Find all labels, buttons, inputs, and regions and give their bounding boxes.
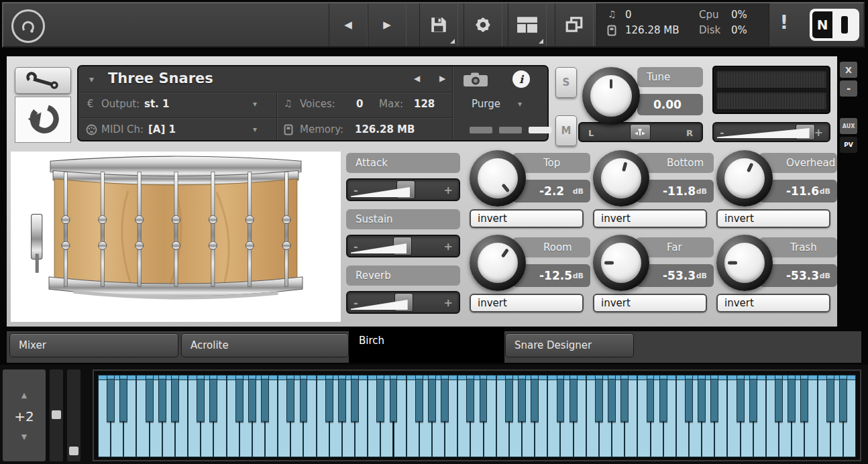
window-mode-button[interactable] bbox=[555, 3, 594, 46]
transpose-up-icon[interactable]: ▲ bbox=[3, 391, 46, 400]
piano-black-key[interactable] bbox=[415, 375, 423, 422]
piano-black-key[interactable] bbox=[710, 375, 718, 422]
mic-knob[interactable] bbox=[593, 150, 649, 207]
snapshot-camera-icon[interactable] bbox=[462, 72, 489, 88]
piano-black-key[interactable] bbox=[158, 375, 166, 422]
tab-acrolite[interactable]: Acrolite bbox=[181, 333, 349, 357]
attack-slider[interactable]: - + bbox=[346, 178, 460, 201]
instrument-collapse-icon[interactable]: ▾ bbox=[89, 74, 94, 84]
mic-knob[interactable] bbox=[593, 235, 649, 291]
piano-black-key[interactable] bbox=[209, 375, 217, 422]
piano-black-key[interactable] bbox=[325, 375, 333, 422]
piano-black-key[interactable] bbox=[146, 375, 154, 422]
midi-dropdown-icon[interactable]: ▾ bbox=[253, 125, 257, 134]
piano-black-key[interactable] bbox=[557, 375, 565, 422]
sustain-slider[interactable]: - + bbox=[346, 235, 460, 257]
invert-button-overhead[interactable]: invert bbox=[716, 209, 830, 228]
piano-black-key[interactable] bbox=[685, 375, 693, 422]
save-button[interactable] bbox=[419, 3, 458, 46]
piano-black-key[interactable] bbox=[595, 375, 603, 422]
max-value[interactable]: 128 bbox=[414, 98, 435, 110]
output-value[interactable]: st. 1 bbox=[144, 98, 169, 110]
piano-black-key[interactable] bbox=[441, 375, 449, 422]
mic-value: -2.2 bbox=[539, 184, 564, 198]
piano-black-key[interactable] bbox=[647, 375, 655, 422]
piano-black-key[interactable] bbox=[839, 375, 847, 422]
piano-black-key[interactable] bbox=[775, 375, 783, 422]
solo-button[interactable]: S bbox=[555, 67, 577, 98]
invert-button-bottom[interactable]: invert bbox=[593, 209, 707, 228]
tab-snare-designer[interactable]: Snare Designer bbox=[505, 333, 634, 357]
mic-knob[interactable] bbox=[470, 150, 526, 207]
piano-black-key[interactable] bbox=[261, 375, 269, 422]
piano-black-key[interactable] bbox=[505, 375, 513, 422]
back-button[interactable]: ◀ bbox=[329, 3, 368, 46]
mute-button[interactable]: M bbox=[555, 115, 577, 146]
piano-black-key[interactable] bbox=[338, 375, 346, 422]
aux-button[interactable]: AUX bbox=[840, 118, 857, 134]
invert-button-trash[interactable]: invert bbox=[716, 294, 830, 312]
invert-button-far[interactable]: invert bbox=[593, 294, 707, 312]
forward-button[interactable]: ▶ bbox=[368, 3, 406, 46]
next-instrument-icon[interactable]: ▶ bbox=[439, 74, 445, 83]
piano-black-key[interactable] bbox=[390, 375, 398, 422]
piano-black-key[interactable] bbox=[466, 375, 474, 422]
pan-slider-handle[interactable] bbox=[630, 124, 651, 140]
kontakt-logo-icon[interactable] bbox=[11, 9, 45, 43]
close-instrument-button[interactable]: X bbox=[840, 62, 857, 78]
tab-mixer[interactable]: Mixer bbox=[9, 333, 178, 357]
minimize-instrument-button[interactable]: - bbox=[840, 80, 857, 97]
piano-black-key[interactable] bbox=[351, 375, 359, 422]
edit-instrument-button[interactable] bbox=[15, 67, 71, 94]
tab-birch[interactable]: Birch bbox=[349, 327, 504, 363]
purge-label[interactable]: Purge bbox=[472, 98, 500, 110]
piano-black-key[interactable] bbox=[248, 375, 256, 422]
piano-black-key[interactable] bbox=[569, 375, 578, 422]
transpose-down-icon[interactable]: ▼ bbox=[3, 432, 46, 441]
piano-black-key[interactable] bbox=[300, 375, 308, 422]
info-icon[interactable]: i bbox=[512, 70, 530, 88]
piano-black-key[interactable] bbox=[235, 375, 243, 422]
output-dropdown-icon[interactable]: ▾ bbox=[253, 99, 257, 109]
purge-dropdown-icon[interactable]: ▾ bbox=[518, 99, 522, 109]
options-button[interactable] bbox=[464, 3, 502, 46]
piano-black-key[interactable] bbox=[620, 375, 629, 422]
view-layout-button[interactable] bbox=[508, 3, 547, 46]
keyboard-scrollbar-1-handle[interactable] bbox=[52, 410, 61, 419]
piano-black-key[interactable] bbox=[749, 375, 757, 422]
prev-instrument-icon[interactable]: ◀ bbox=[414, 74, 420, 83]
reverb-slider[interactable]: - + bbox=[346, 291, 460, 314]
piano-black-key[interactable] bbox=[531, 375, 539, 422]
mic-knob[interactable] bbox=[470, 235, 526, 291]
piano-black-key[interactable] bbox=[197, 375, 205, 422]
pan-slider[interactable]: L R bbox=[578, 122, 703, 142]
keyboard-scrollbar-1[interactable] bbox=[50, 369, 63, 461]
volume-slider[interactable]: - + bbox=[712, 122, 830, 142]
piano-black-key[interactable] bbox=[698, 375, 706, 422]
mic-knob[interactable] bbox=[716, 235, 773, 291]
keyboard-scrollbar-2-handle[interactable] bbox=[69, 447, 78, 455]
piano-black-key[interactable] bbox=[376, 375, 384, 422]
piano-black-key[interactable] bbox=[171, 375, 179, 422]
piano-black-key[interactable] bbox=[788, 375, 796, 422]
piano-black-key[interactable] bbox=[800, 375, 808, 422]
piano-black-key[interactable] bbox=[119, 375, 127, 422]
piano-black-key[interactable] bbox=[286, 375, 294, 422]
tune-knob[interactable] bbox=[582, 67, 640, 125]
piano-black-key[interactable] bbox=[737, 375, 745, 422]
invert-button-room[interactable]: invert bbox=[470, 294, 584, 312]
piano-black-key[interactable] bbox=[518, 375, 526, 422]
piano-black-key[interactable] bbox=[480, 375, 488, 422]
invert-button-top[interactable]: invert bbox=[470, 209, 584, 228]
piano-black-key[interactable] bbox=[659, 375, 667, 422]
keyboard-scrollbar-2[interactable] bbox=[67, 369, 80, 461]
alert-icon[interactable]: ! bbox=[776, 11, 792, 34]
midi-value[interactable]: [A] 1 bbox=[148, 123, 176, 135]
mic-knob[interactable] bbox=[716, 150, 773, 207]
piano-black-key[interactable] bbox=[826, 375, 834, 422]
pv-button[interactable]: PV bbox=[840, 137, 857, 153]
instrument-icon-button[interactable] bbox=[15, 97, 71, 143]
piano-black-key[interactable] bbox=[107, 375, 115, 422]
piano-black-key[interactable] bbox=[608, 375, 616, 422]
piano-black-key[interactable] bbox=[428, 375, 436, 422]
